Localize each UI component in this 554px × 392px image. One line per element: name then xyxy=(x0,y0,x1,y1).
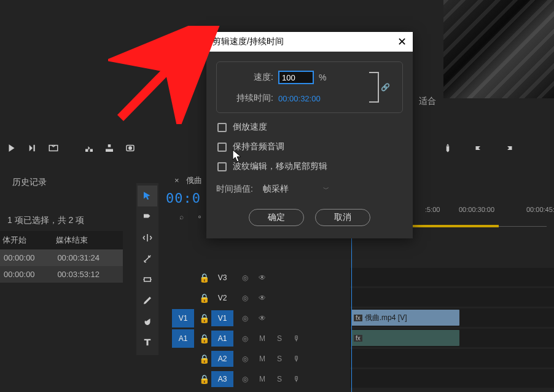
track-label[interactable]: A2 xyxy=(211,351,233,367)
solo-toggle[interactable]: S xyxy=(274,375,285,383)
type-tool-icon[interactable] xyxy=(138,332,157,353)
col-media-end[interactable]: 媒体结束 xyxy=(53,231,123,249)
mute-toggle[interactable]: M xyxy=(257,355,268,363)
close-icon[interactable]: ✕ xyxy=(397,35,407,49)
table-row[interactable]: 00:00:00 00:03:53:12 xyxy=(0,266,123,283)
source-patch-v1[interactable]: V1 xyxy=(172,309,194,327)
percent-label: % xyxy=(319,73,326,82)
lock-icon[interactable]: 🔒 xyxy=(197,374,211,384)
lock-icon[interactable]: 🔒 xyxy=(197,313,211,323)
track-a1[interactable]: A1 🔒 A1 ◎ M S 🎙 fx xyxy=(172,329,554,348)
maintain-pitch-row[interactable]: 保持音频音调 xyxy=(217,141,403,152)
voice-icon[interactable]: 🎙 xyxy=(291,334,302,343)
track-label[interactable]: A1 xyxy=(211,331,233,347)
ruler-tick: 00:00:30:00 xyxy=(459,206,494,213)
ripple-label: 波纹编辑，移动尾部剪辑 xyxy=(233,161,327,172)
close-tab-icon[interactable]: × xyxy=(174,176,184,185)
track-label[interactable]: A3 xyxy=(211,371,233,387)
chevron-down-icon: ﹀ xyxy=(323,185,329,194)
audio-clip[interactable]: fx xyxy=(351,330,459,346)
interp-value: 帧采样 xyxy=(263,184,289,195)
mark-out-icon[interactable] xyxy=(504,143,522,157)
pitch-checkbox[interactable] xyxy=(217,143,227,152)
track-select-tool-icon[interactable] xyxy=(138,206,157,227)
svg-rect-2 xyxy=(90,149,93,152)
mark-in-icon[interactable] xyxy=(473,143,491,157)
track-v2[interactable]: 🔒 V2 ◎👁 xyxy=(172,288,554,308)
loop-icon[interactable] xyxy=(48,143,66,157)
pitch-label: 保持音频音调 xyxy=(233,141,284,152)
video-clip[interactable]: fx 俄曲.mp4 [V] xyxy=(351,310,459,326)
mute-toggle[interactable]: M xyxy=(257,334,268,343)
track-label[interactable]: V2 xyxy=(211,290,233,306)
voice-icon[interactable]: 🎙 xyxy=(291,355,302,363)
selection-info: 1 项已选择，共 2 项 xyxy=(0,210,123,231)
toggle-output-icon[interactable]: ◎ xyxy=(240,273,251,282)
track-v3[interactable]: 🔒 V3 ◎👁 xyxy=(172,268,554,288)
hand-tool-icon[interactable] xyxy=(138,311,157,332)
solo-toggle[interactable]: S xyxy=(274,334,285,343)
interp-dropdown[interactable]: 帧采样 ﹀ xyxy=(259,182,333,197)
toggle-output-icon[interactable]: ◎ xyxy=(240,375,251,383)
track-label[interactable]: V1 xyxy=(211,310,233,326)
toggle-output-icon[interactable]: ◎ xyxy=(240,355,251,363)
insert-icon[interactable] xyxy=(84,143,102,157)
razor-tool-icon[interactable] xyxy=(138,248,157,269)
link-chain-icon[interactable]: 🔗 xyxy=(381,83,390,92)
current-timecode[interactable]: 00:0 xyxy=(166,190,201,206)
tracks-panel: 🔒 V3 ◎👁 🔒 V2 ◎👁 V1 🔒 V1 ◎👁 fx 俄曲.mp4 [V]… xyxy=(172,268,554,390)
ripple-edit-row[interactable]: 波纹编辑，移动尾部剪辑 xyxy=(217,161,403,172)
ok-button[interactable]: 确定 xyxy=(249,209,304,226)
col-media-start[interactable]: 体开始 xyxy=(0,231,53,249)
track-label[interactable]: V3 xyxy=(211,270,233,286)
source-patch-a1[interactable]: A1 xyxy=(172,329,194,348)
toggle-output-icon[interactable]: ◎ xyxy=(240,314,251,323)
voice-icon[interactable]: 🎙 xyxy=(291,375,302,383)
toggle-output-icon[interactable]: ◎ xyxy=(240,294,251,302)
toggle-output-icon[interactable]: ◎ xyxy=(240,334,251,343)
solo-toggle[interactable]: S xyxy=(274,355,285,363)
duration-value[interactable]: 00:00:32:00 xyxy=(278,94,321,103)
zoom-fit-label[interactable]: 适合 xyxy=(419,96,436,107)
step-forward-icon[interactable] xyxy=(27,143,45,157)
selection-tool-icon[interactable] xyxy=(138,186,157,206)
ripple-edit-tool-icon[interactable] xyxy=(138,227,157,248)
lock-icon[interactable]: 🔒 xyxy=(197,273,211,283)
overwrite-icon[interactable] xyxy=(104,143,122,157)
pen-tool-icon[interactable] xyxy=(138,290,157,311)
interp-label: 时间插值: xyxy=(216,184,253,195)
track-v1[interactable]: V1 🔒 V1 ◎👁 fx 俄曲.mp4 [V] xyxy=(172,308,554,328)
lock-icon[interactable]: 🔒 xyxy=(197,354,211,364)
eye-icon[interactable]: 👁 xyxy=(257,273,268,282)
snap-icon[interactable]: ⌕ xyxy=(173,213,189,221)
export-frame-icon[interactable] xyxy=(125,143,143,157)
table-row[interactable]: 00:00:00 00:00:31:24 xyxy=(0,249,123,266)
program-monitor-preview xyxy=(443,0,554,98)
lock-icon[interactable]: 🔒 xyxy=(197,293,211,303)
ripple-checkbox[interactable] xyxy=(217,162,227,171)
cancel-button[interactable]: 取消 xyxy=(315,209,370,226)
playhead[interactable] xyxy=(351,220,352,392)
dialog-titlebar[interactable]: 剪辑速度/持续时间 ✕ xyxy=(206,32,413,52)
eye-icon[interactable]: 👁 xyxy=(257,314,268,323)
sequence-tab[interactable]: × 俄曲 xyxy=(174,175,202,186)
speed-label: 速度: xyxy=(228,72,273,83)
add-marker-icon[interactable] xyxy=(442,143,461,157)
reverse-speed-row[interactable]: 倒放速度 xyxy=(217,122,403,133)
link-icon[interactable]: ⚬ xyxy=(192,213,208,221)
play-icon[interactable] xyxy=(6,143,25,157)
reverse-checkbox[interactable] xyxy=(217,123,227,132)
slip-tool-icon[interactable] xyxy=(138,269,157,290)
speed-input[interactable] xyxy=(278,71,314,84)
eye-icon[interactable]: 👁 xyxy=(257,294,268,302)
mute-toggle[interactable]: M xyxy=(257,375,268,383)
lock-icon[interactable]: 🔒 xyxy=(197,334,211,343)
cell-start: 00:00:00 xyxy=(0,266,53,283)
track-a2[interactable]: 🔒 A2 ◎ M S 🎙 xyxy=(172,349,554,369)
cell-end: 00:00:31:24 xyxy=(53,249,123,266)
media-table: 体开始 媒体结束 00:00:00 00:00:31:24 00:00:00 0… xyxy=(0,231,123,283)
speed-duration-group: 速度: % 持续时间: 00:00:32:00 🔗 xyxy=(216,61,403,113)
playback-controls xyxy=(6,143,143,157)
marker-controls xyxy=(442,143,522,157)
track-a3[interactable]: 🔒 A3 ◎ M S 🎙 xyxy=(172,369,554,389)
